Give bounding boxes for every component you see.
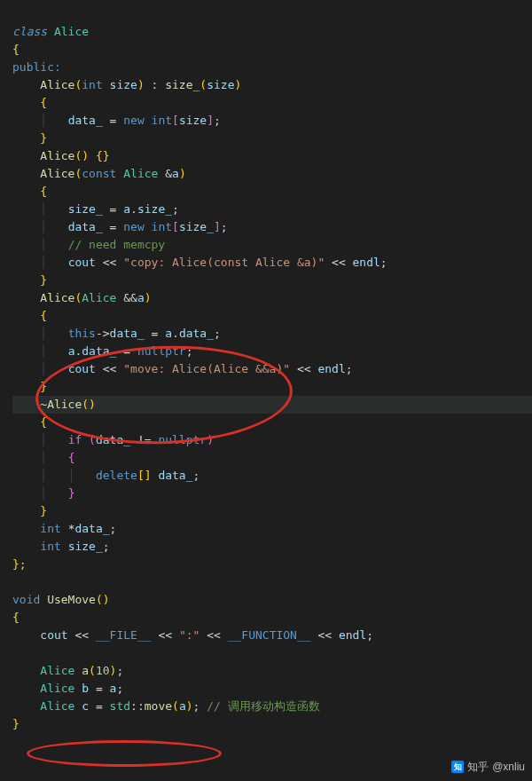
code-block: class Alice { public: Alice(int size) : …	[12, 5, 532, 733]
class-name: Alice	[54, 25, 89, 38]
comment-cn: // 调用移动构造函数	[207, 699, 319, 713]
comment: // need memcpy	[68, 238, 166, 251]
watermark: 知 知乎 @xnliu	[451, 758, 525, 776]
watermark-handle: @xnliu	[492, 758, 525, 776]
function-usemove: UseMove	[47, 593, 96, 606]
keyword-public: public:	[12, 60, 61, 74]
watermark-brand: 知乎	[467, 758, 489, 776]
highlight-ellipse-stdmove	[27, 740, 222, 767]
keyword-class: class	[12, 25, 47, 38]
zhihu-icon: 知	[451, 761, 464, 773]
